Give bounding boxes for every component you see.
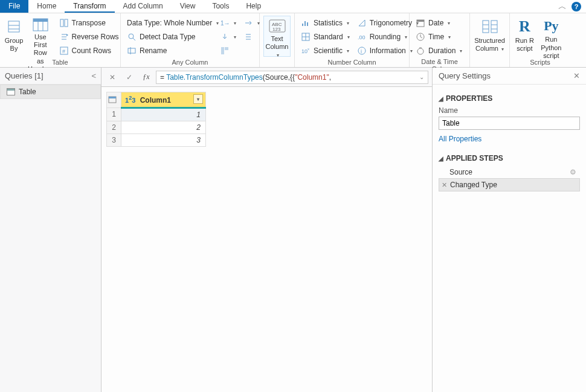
all-properties-link[interactable]: All Properties <box>439 135 481 143</box>
detect-data-type-button[interactable]: Detect Data Type <box>124 31 215 43</box>
tab-file[interactable]: File <box>0 0 28 13</box>
pivot-button[interactable] <box>217 45 239 57</box>
cell[interactable]: 3 <box>121 133 206 146</box>
convert-list-button[interactable] <box>241 31 262 43</box>
svg-rect-7 <box>60 19 63 27</box>
svg-text:10: 10 <box>301 48 307 54</box>
reverse-rows-button[interactable]: Reverse Rows <box>57 31 121 43</box>
data-grid: 123 Column1 ▾ 11 22 33 <box>106 92 206 147</box>
applied-steps-section[interactable]: ◢APPLIED STEPS <box>439 154 580 162</box>
collapse-queries-icon[interactable]: < <box>91 71 96 80</box>
scientific-icon: 10x <box>301 46 311 56</box>
time-label: Time <box>428 33 444 41</box>
settings-title: Query Settings <box>439 71 491 80</box>
move-icon <box>243 18 253 28</box>
statistics-button[interactable]: Statistics▾ <box>298 17 352 29</box>
time-button[interactable]: Time▾ <box>413 31 465 43</box>
collapse-ribbon-icon[interactable]: ︿ <box>558 1 567 12</box>
use-first-row-button[interactable]: Use First Row as Headers ▾ <box>27 16 54 57</box>
date-label: Date <box>428 19 443 27</box>
info-label: Information <box>370 47 406 55</box>
duration-button[interactable]: Duration▾ <box>413 45 465 57</box>
formula-text: = Table.TransformColumnTypes(Source,{{"C… <box>160 73 331 82</box>
cell[interactable]: 1 <box>121 108 206 121</box>
scientific-button[interactable]: 10xScientific▾ <box>298 45 352 57</box>
svg-rect-13 <box>128 48 135 53</box>
group-anycol-label: Any Column <box>124 57 256 67</box>
table-corner-button[interactable] <box>107 92 121 108</box>
properties-section[interactable]: ◢PROPERTIES <box>439 94 580 103</box>
replace-values-button[interactable]: 1→2▾ <box>217 17 239 29</box>
duration-icon <box>416 46 425 56</box>
svg-text:x: x <box>307 47 309 51</box>
delete-step-icon[interactable]: ✕ <box>442 181 447 189</box>
transpose-button[interactable]: Transpose <box>57 17 121 29</box>
rename-button[interactable]: Rename <box>124 45 215 57</box>
count-rows-button[interactable]: # Count Rows <box>57 45 121 57</box>
text-column-button[interactable]: ABC123 Text Column ▾ <box>263 16 291 57</box>
fill-icon <box>220 32 230 42</box>
svg-rect-17 <box>225 47 228 50</box>
move-button[interactable]: ▾ <box>241 17 262 29</box>
list-icon <box>243 32 253 42</box>
fx-icon[interactable]: ƒx <box>139 70 153 85</box>
svg-rect-40 <box>109 97 116 98</box>
formula-bar: ✕ ✓ ƒx = Table.TransformColumnTypes(Sour… <box>101 68 432 87</box>
rename-icon <box>127 46 137 56</box>
cancel-formula-icon[interactable]: ✕ <box>105 70 120 85</box>
row-number[interactable]: 3 <box>107 133 121 146</box>
info-icon: i <box>357 46 367 56</box>
column-header[interactable]: 123 Column1 ▾ <box>121 92 206 108</box>
data-type-button[interactable]: Data Type: Whole Number▾ <box>124 17 215 29</box>
reverse-icon <box>59 32 69 42</box>
statistics-label: Statistics <box>314 19 343 27</box>
column-filter-icon[interactable]: ▾ <box>193 94 203 104</box>
group-by-label: Group By <box>5 37 24 53</box>
step-changed-type[interactable]: ✕ Changed Type <box>439 178 580 191</box>
query-name: Table <box>19 88 36 96</box>
use-first-row-icon <box>31 18 50 31</box>
tab-transform[interactable]: Transform <box>65 0 114 13</box>
detect-icon <box>127 32 137 42</box>
structured-label: Structured Column ▾ <box>474 37 505 53</box>
close-settings-icon[interactable]: ✕ <box>573 71 580 80</box>
structured-icon <box>480 18 500 35</box>
help-icon[interactable]: ? <box>572 2 581 11</box>
step-source[interactable]: Source ⚙ <box>439 166 580 178</box>
row-number[interactable]: 1 <box>107 108 121 121</box>
run-python-button[interactable]: Py Run Python script <box>536 16 567 57</box>
query-name-input[interactable] <box>439 117 580 130</box>
queries-title: Queries [1] <box>5 71 43 80</box>
tab-tools[interactable]: Tools <box>204 0 237 13</box>
standard-icon <box>301 32 311 42</box>
query-settings-panel: Query Settings ✕ ◢PROPERTIES Name All Pr… <box>433 68 586 392</box>
run-r-button[interactable]: R Run R script <box>514 16 536 57</box>
group-numcol-label: Number Column <box>298 57 405 67</box>
svg-text:i: i <box>361 48 362 54</box>
formula-input[interactable]: = Table.TransformColumnTypes(Source,{{"C… <box>156 71 428 84</box>
duration-label: Duration <box>428 47 456 55</box>
fill-button[interactable]: ▾ <box>217 31 239 43</box>
rounding-label: Rounding <box>370 33 401 41</box>
tab-home[interactable]: Home <box>28 0 65 13</box>
group-by-button[interactable]: Group By <box>4 16 24 57</box>
row-number[interactable]: 2 <box>107 121 121 133</box>
name-label: Name <box>439 106 580 115</box>
group-scripts-label: Scripts <box>514 57 567 67</box>
commit-formula-icon[interactable]: ✓ <box>122 70 137 85</box>
tab-help[interactable]: Help <box>237 0 269 13</box>
cell[interactable]: 2 <box>121 121 206 133</box>
count-icon: # <box>59 46 69 56</box>
date-button[interactable]: Date▾ <box>413 17 465 29</box>
query-item[interactable]: Table <box>0 85 101 99</box>
formula-expand-icon[interactable]: ⌄ <box>419 74 424 80</box>
structured-column-button[interactable]: Structured Column ▾ <box>473 16 506 57</box>
svg-rect-34 <box>491 21 497 33</box>
tab-add-column[interactable]: Add Column <box>115 0 172 13</box>
tab-view[interactable]: View <box>172 0 204 13</box>
run-r-label: Run R script <box>515 37 534 53</box>
gear-icon[interactable]: ⚙ <box>570 168 576 176</box>
svg-text:.00: .00 <box>358 34 365 40</box>
standard-button[interactable]: Standard▾ <box>298 31 352 43</box>
trig-label: Trigonometry <box>370 19 412 27</box>
